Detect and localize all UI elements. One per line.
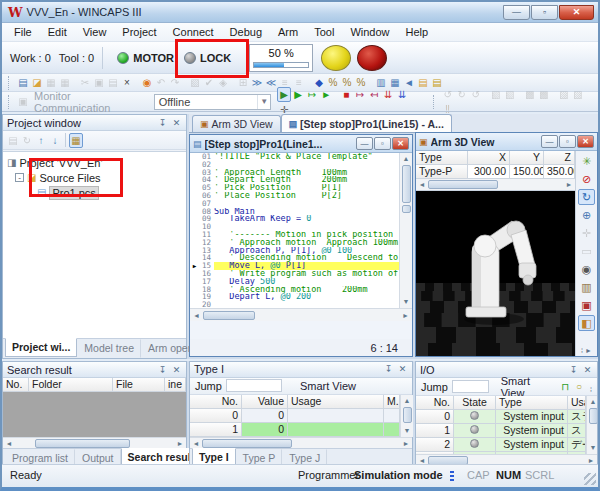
scroll-down-icon[interactable]: ▼ — [590, 442, 597, 454]
code-line-09[interactable]: 09 TakeArm Keep = 0 — [190, 215, 399, 223]
move-up-icon[interactable]: ↑ — [34, 133, 48, 148]
close-panel-icon[interactable]: ✕ — [171, 118, 182, 128]
variable-row[interactable]: 00 — [190, 409, 400, 423]
code-line-06[interactable]: 06' Place Position P[2] — [190, 192, 399, 200]
doc-tab-1[interactable]: ▤[Step stop]Pro1(Line15) - A... — [281, 114, 452, 132]
code-line-17[interactable]: 17 Delay 500 — [190, 278, 399, 286]
code-line-19[interactable]: 19 Depart L, @0 200 — [190, 293, 399, 301]
code-line-20[interactable]: 20 — [190, 301, 399, 308]
resize-grip[interactable] — [584, 473, 596, 485]
collapse-icon[interactable]: - — [15, 173, 24, 182]
code-line-15[interactable]: ▶15 Move L, @0 P[1] — [190, 262, 399, 270]
gear-icon[interactable]: ⊕ — [578, 207, 595, 223]
camera-icon[interactable]: ◉ — [578, 261, 595, 277]
delete-icon[interactable]: × — [120, 75, 134, 90]
set-breakpoint-icon[interactable]: ⇊ — [381, 87, 395, 102]
type-i-header[interactable]: Type I ↧ ✕ — [190, 362, 412, 378]
group-view-icon[interactable]: ▦ — [69, 133, 83, 148]
move-down-icon[interactable]: ↓ — [48, 133, 62, 148]
code-line-18[interactable]: 18 ' Ascending motion 200mm — [190, 286, 399, 294]
smart-view-button[interactable]: Smart View — [300, 380, 356, 392]
tree-item-project-root[interactable]: ◨ Project 'VVV_En' — [7, 155, 186, 170]
code-line-05[interactable]: 05' Pick Position P[1] — [190, 184, 399, 192]
scroll-left-icon[interactable]: ◄ — [3, 440, 15, 447]
record-icon[interactable]: ▣ — [578, 297, 595, 313]
scroll-right-icon[interactable]: ► — [399, 312, 412, 319]
arm3d-title-bar[interactable]: ▣ Arm 3D View — ▫ ✕ — [416, 133, 597, 151]
overflow-icon[interactable]: ⁞ ► — [581, 347, 592, 356]
search-result-header[interactable]: Search result ↧ ✕ — [3, 362, 186, 378]
code-line-04[interactable]: 04' Depart Length 200mm — [190, 176, 399, 184]
variable-row[interactable]: 10 — [190, 423, 400, 437]
code-line-16[interactable]: 16 ' Write program such as motion of — [190, 270, 399, 278]
scroll-right-icon[interactable]: ► — [563, 181, 575, 188]
code-line-03[interactable]: 03' Approach Length 100mm — [190, 169, 399, 177]
io-row[interactable]: 1System inputスト — [416, 424, 586, 438]
scroll-up-icon[interactable]: ▲ — [404, 395, 411, 407]
code-line-07[interactable]: 07 — [190, 200, 399, 208]
menu-window[interactable]: Window — [342, 24, 397, 40]
arm3d-table-scrollbar[interactable]: ◄ ► — [416, 179, 575, 191]
scroll-left-icon[interactable]: ◄ — [190, 440, 202, 447]
connection-mode-select[interactable]: Offline ▼ — [154, 94, 272, 110]
step-out-icon[interactable]: ↤ — [367, 87, 381, 102]
tree-item-source-files[interactable]: - ◪ Source Files — [7, 170, 186, 185]
pin-icon[interactable]: ↧ — [383, 364, 394, 374]
type-i-scrollbar[interactable]: ◄ ► — [190, 437, 412, 448]
doc-tab-0[interactable]: ▣Arm 3D View — [192, 115, 281, 132]
step-into-icon[interactable]: ↦ — [353, 87, 367, 102]
rotate-view-icon[interactable]: ↻ — [578, 189, 595, 205]
position-row[interactable]: Type-P300.00150.00350.00 — [416, 165, 575, 179]
scroll-grip[interactable] — [402, 205, 411, 213]
scroll-left-icon[interactable]: ◄ — [190, 312, 203, 319]
scroll-right-icon[interactable]: ► — [585, 457, 597, 464]
menu-project[interactable]: Project — [114, 24, 164, 40]
jump-input[interactable] — [226, 379, 282, 392]
new-project-icon[interactable]: ▤ — [16, 75, 30, 90]
close-button[interactable]: ✕ — [559, 5, 594, 20]
view-3d-icon[interactable]: ◧ — [578, 315, 595, 331]
code-line-08[interactable]: 08Sub Main — [190, 208, 399, 216]
close-panel-icon[interactable]: ✕ — [582, 365, 593, 375]
code-line-10[interactable]: 10 — [190, 223, 399, 231]
menu-help[interactable]: Help — [398, 24, 437, 40]
indent-icon[interactable]: ≫ — [250, 75, 264, 90]
pin-icon[interactable]: ↧ — [157, 365, 168, 375]
editor-minimize-button[interactable]: — — [356, 137, 373, 150]
scroll-right-icon[interactable]: ► — [400, 440, 412, 447]
io-row[interactable]: 0System inputスラ — [416, 410, 586, 424]
film-icon[interactable]: ▥ — [578, 279, 595, 295]
search-icon[interactable]: ◉ — [140, 75, 154, 90]
editor-close-button[interactable]: ✕ — [392, 137, 409, 150]
scroll-up-icon[interactable]: ▲ — [590, 396, 597, 408]
tab-project-1[interactable]: Model tree — [77, 339, 141, 358]
arm3d-minimize-button[interactable]: — — [541, 135, 558, 148]
arm3d-close-button[interactable]: ✕ — [577, 135, 594, 148]
menu-file[interactable]: File — [6, 24, 40, 40]
close-panel-icon[interactable]: ✕ — [397, 364, 408, 374]
tree-item-pro1[interactable]: ▤ Pro1.pcs — [7, 185, 186, 200]
scroll-up-icon[interactable]: ▲ — [403, 153, 410, 165]
title-bar[interactable]: W VVV_En - WINCAPS III — ▫ ✕ — [2, 2, 598, 23]
run-to-cursor-icon[interactable]: ↦ — [305, 87, 319, 102]
pin-icon[interactable]: ↧ — [157, 118, 168, 128]
code-line-11[interactable]: 11 '------- Motion in pick position — [190, 231, 399, 239]
overflow-icon[interactable]: ⁞ — [590, 386, 592, 395]
close-panel-icon[interactable]: ✕ — [171, 365, 182, 375]
io-vscrollbar[interactable]: ▲ ▼ — [586, 396, 597, 454]
clear-breakpoint-icon[interactable]: ⇊ — [395, 87, 409, 102]
menu-arm[interactable]: Arm — [270, 24, 306, 40]
code-line-02[interactable]: 02 — [190, 161, 399, 169]
smart-view-button[interactable]: Smart View — [501, 375, 552, 399]
menu-view[interactable]: View — [75, 24, 115, 40]
project-window-header[interactable]: Project window ↧ ✕ — [3, 115, 186, 131]
scroll-down-icon[interactable]: ▼ — [404, 425, 411, 437]
step-run-icon[interactable]: ► — [319, 87, 333, 102]
bulb-icon[interactable]: ○ — [572, 379, 586, 394]
search-scrollbar[interactable]: ◄ ► — [3, 437, 186, 448]
code-line-01[interactable]: 01'!TITLE "Pick & Place Template" — [190, 153, 399, 161]
menu-debug[interactable]: Debug — [222, 24, 270, 40]
menu-edit[interactable]: Edit — [40, 24, 75, 40]
code-line-14[interactable]: 14 ' Descending motion Descend to — [190, 254, 399, 262]
menu-tool[interactable]: Tool — [306, 24, 342, 40]
